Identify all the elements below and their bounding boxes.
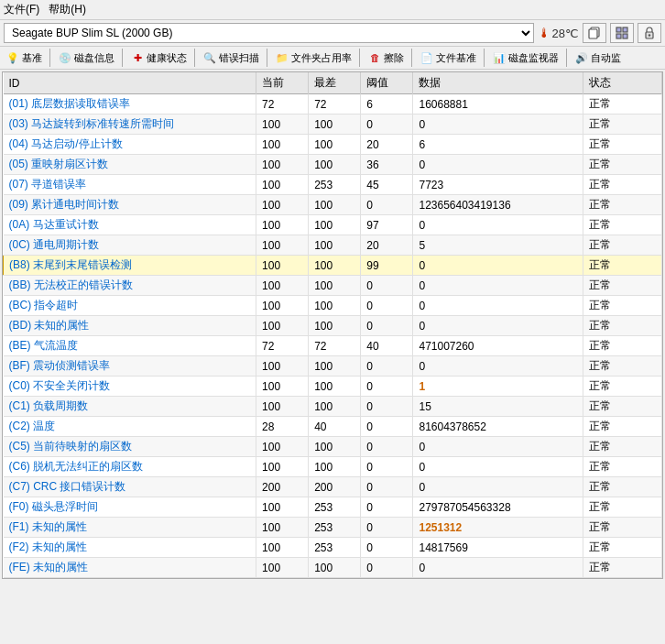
- temperature-indicator: 🌡 28℃: [538, 26, 579, 40]
- table-row[interactable]: (F2) 未知的属性100253014817569正常: [4, 538, 662, 558]
- cell-thresh: 0: [361, 558, 413, 578]
- header-status: 状态: [583, 72, 662, 94]
- cell-thresh: 0: [361, 316, 413, 336]
- toolbar-folder-label: 文件夹占用率: [291, 51, 352, 65]
- cell-id: (04) 马达启动/停止计数: [4, 135, 256, 155]
- cell-current: 100: [256, 175, 309, 195]
- toolbar-diskinfo[interactable]: 💿 磁盘信息: [54, 49, 118, 67]
- cell-thresh: 0: [361, 457, 413, 477]
- cell-id: (C7) CRC 接口错误计数: [4, 477, 256, 497]
- svg-rect-1: [589, 29, 597, 38]
- cell-current: 100: [256, 558, 309, 578]
- cell-thresh: 0: [361, 195, 413, 215]
- table-row[interactable]: (01) 底层数据读取错误率7272616068881正常: [4, 94, 662, 115]
- toolbar-scan[interactable]: 🔍 错误扫描: [199, 49, 263, 67]
- cell-status: 正常: [583, 296, 662, 316]
- lock-button[interactable]: [638, 23, 661, 43]
- table-row[interactable]: (FE) 未知的属性10010000正常: [4, 558, 662, 578]
- toolbar-folder[interactable]: 📁 文件夹占用率: [271, 49, 355, 67]
- cell-status: 正常: [583, 457, 662, 477]
- table-row[interactable]: (BD) 未知的属性10010000正常: [4, 316, 662, 336]
- cell-status: 正常: [583, 397, 662, 417]
- table-header-row: ID 当前 最差 阈值 数据 状态: [4, 72, 662, 94]
- toolbar-automonitor[interactable]: 🔊 自动监: [571, 49, 625, 67]
- table-row[interactable]: (03) 马达旋转到标准转速所需时间10010000正常: [4, 115, 662, 135]
- header-data: 数据: [413, 72, 583, 94]
- table-row[interactable]: (C7) CRC 接口错误计数20020000正常: [4, 477, 662, 497]
- cell-current: 100: [256, 356, 309, 377]
- table-row[interactable]: (BE) 气流温度727240471007260正常: [4, 336, 662, 356]
- cell-worst: 100: [309, 377, 361, 397]
- table-row[interactable]: (BB) 无法校正的错误计数10010000正常: [4, 276, 662, 296]
- cell-current: 200: [256, 477, 309, 497]
- table-row[interactable]: (09) 累计通电时间计数1001000123656403419136正常: [4, 195, 662, 215]
- copy-button[interactable]: [583, 23, 606, 43]
- table-row[interactable]: (BF) 震动侦测错误率10010000正常: [4, 356, 662, 377]
- toolbar-filebench[interactable]: 📄 文件基准: [416, 49, 480, 67]
- table-row[interactable]: (C1) 负载周期数100100015正常: [4, 397, 662, 417]
- toolbar-monitor[interactable]: 📊 磁盘监视器: [488, 49, 562, 67]
- cell-data: 15: [413, 397, 583, 417]
- toolbar-erase[interactable]: 🗑 擦除: [364, 49, 408, 67]
- cell-current: 100: [256, 235, 309, 256]
- cell-id: (0A) 马达重试计数: [4, 215, 256, 235]
- cell-status: 正常: [583, 356, 662, 377]
- cell-current: 100: [256, 397, 309, 417]
- main-content: ID 当前 最差 阈值 数据 状态 (01) 底层数据读取错误率72726160…: [2, 71, 663, 579]
- toolbar-baseline[interactable]: 💡 基准: [2, 49, 46, 67]
- cell-current: 100: [256, 518, 309, 538]
- cell-worst: 253: [309, 538, 361, 558]
- table-row[interactable]: (BC) 指令超时10010000正常: [4, 296, 662, 316]
- cell-thresh: 0: [361, 115, 413, 135]
- table-row[interactable]: (F1) 未知的属性10025301251312正常: [4, 518, 662, 538]
- cell-worst: 72: [309, 336, 361, 356]
- cell-current: 72: [256, 336, 309, 356]
- table-row[interactable]: (07) 寻道错误率100253457723正常: [4, 175, 662, 195]
- cell-worst: 100: [309, 235, 361, 256]
- table-row[interactable]: (C0) 不安全关闭计数10010001正常: [4, 377, 662, 397]
- cell-worst: 100: [309, 316, 361, 336]
- cell-current: 100: [256, 377, 309, 397]
- cell-id: (F1) 未知的属性: [4, 518, 256, 538]
- table-row[interactable]: (05) 重映射扇区计数100100360正常: [4, 155, 662, 175]
- table-row[interactable]: (0A) 马达重试计数100100970正常: [4, 215, 662, 235]
- menu-help[interactable]: 帮助(H): [49, 2, 86, 17]
- cell-id: (C6) 脱机无法纠正的扇区数: [4, 457, 256, 477]
- table-row[interactable]: (04) 马达启动/停止计数100100206正常: [4, 135, 662, 155]
- table-row[interactable]: (C5) 当前待映射的扇区数10010000正常: [4, 437, 662, 457]
- cell-status: 正常: [583, 175, 662, 195]
- table-row[interactable]: (B8) 末尾到末尾错误检测100100990正常: [4, 256, 662, 276]
- separator-1: [49, 49, 50, 67]
- table-row[interactable]: (F0) 磁头悬浮时间1002530279787054563328正常: [4, 497, 662, 518]
- cell-worst: 100: [309, 215, 361, 235]
- drive-selector[interactable]: Seagate BUP Slim SL (2000 GB): [4, 23, 534, 43]
- cell-status: 正常: [583, 155, 662, 175]
- baseline-icon: 💡: [5, 50, 20, 65]
- cell-status: 正常: [583, 316, 662, 336]
- grid-button[interactable]: [610, 23, 634, 43]
- cell-current: 28: [256, 417, 309, 437]
- cell-id: (BC) 指令超时: [4, 296, 256, 316]
- toolbar-health[interactable]: ✚ 健康状态: [126, 49, 191, 67]
- cell-data: 0: [413, 437, 583, 457]
- cell-data: 0: [413, 316, 583, 336]
- table-row[interactable]: (C2) 温度2840081604378652正常: [4, 417, 662, 437]
- menubar: 文件(F) 帮助(H): [0, 0, 665, 20]
- cell-status: 正常: [583, 94, 662, 115]
- table-row[interactable]: (C6) 脱机无法纠正的扇区数10010000正常: [4, 457, 662, 477]
- menu-file[interactable]: 文件(F): [4, 2, 39, 17]
- cell-data: 0: [413, 155, 583, 175]
- cell-data: 6: [413, 135, 583, 155]
- table-row[interactable]: (0C) 通电周期计数100100205正常: [4, 235, 662, 256]
- cell-current: 100: [256, 276, 309, 296]
- cell-worst: 253: [309, 518, 361, 538]
- separator-2: [122, 49, 123, 67]
- cell-thresh: 0: [361, 417, 413, 437]
- scan-icon: 🔍: [202, 50, 217, 65]
- health-icon: ✚: [130, 50, 145, 65]
- temperature-value: 28℃: [552, 27, 579, 40]
- cell-thresh: 0: [361, 377, 413, 397]
- svg-rect-3: [623, 27, 627, 32]
- cell-thresh: 0: [361, 356, 413, 377]
- cell-worst: 100: [309, 195, 361, 215]
